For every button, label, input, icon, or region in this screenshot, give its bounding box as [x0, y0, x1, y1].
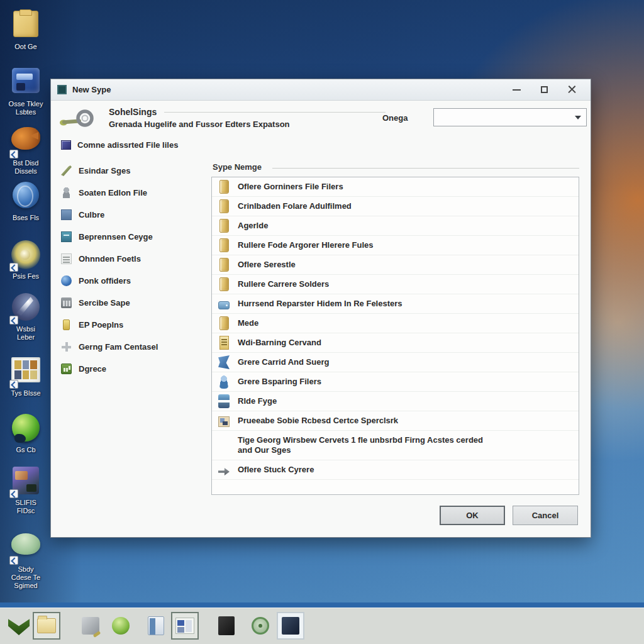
folder-icon — [219, 238, 229, 252]
flag-icon — [218, 355, 230, 369]
category-item[interactable]: Gerng Fam Centasel — [61, 336, 209, 358]
type-list-row[interactable]: Grere Bsparing Filers — [212, 372, 579, 392]
shortcut-arrow-icon — [9, 263, 18, 272]
photos-icon — [11, 357, 41, 387]
category-item[interactable]: Soaten Edlon File — [61, 182, 209, 204]
type-combo-dropdown[interactable] — [433, 108, 587, 126]
cancel-button[interactable]: Cancel — [513, 506, 578, 525]
battery-icon — [63, 319, 70, 330]
type-list-row[interactable]: Agerlde — [212, 216, 579, 236]
type-list-row[interactable]: Prueeabe Sobie Rcbesd Certce Sperclsrk — [212, 411, 579, 431]
desktop-icon-label: Bses Fls — [3, 214, 49, 222]
blank-icon — [218, 445, 230, 446]
desktop-icon-folder[interactable]: Oot Ge — [3, 9, 49, 51]
type-list-row[interactable]: Crinlbaden Folare Adulfilmed — [212, 197, 579, 216]
checkbox-row[interactable]: Comne adissrted File liles — [61, 140, 178, 150]
desktop-icon-orb[interactable]: Psis Fes — [3, 240, 49, 280]
taskbar-item-orb[interactable] — [107, 612, 135, 640]
chart-icon — [61, 364, 72, 374]
book-icon — [61, 231, 72, 242]
maximize-button[interactable] — [531, 81, 557, 99]
ok-button[interactable]: OK — [440, 506, 505, 525]
taskbar-item-wheel[interactable] — [247, 612, 274, 640]
desktop: Oot GeOsse Tkley LsbtesBst Disd DisselsB… — [0, 0, 644, 644]
checkbox-icon[interactable] — [61, 140, 71, 150]
type-list-label: Rullere Fode Argorer Hlerere Fules — [238, 240, 374, 250]
plus-icon — [61, 341, 72, 352]
group-divider — [272, 168, 579, 169]
globe-icon — [61, 275, 72, 286]
minimize-button[interactable] — [504, 81, 529, 99]
bank-icon — [61, 297, 72, 308]
type-list-row[interactable]: Oflere Gorniners File Filers — [212, 177, 579, 197]
sphere-icon — [11, 414, 41, 444]
type-list-row[interactable]: Oflere Stuck Cyrere — [212, 460, 579, 480]
tile-icon — [11, 467, 41, 497]
type-list-label: Prueeabe Sobie Rcbesd Certce Sperclsrk — [238, 416, 398, 426]
category-item[interactable]: Culbre — [61, 204, 209, 226]
category-item[interactable]: Ponk offiders — [61, 270, 209, 292]
fish-icon — [11, 127, 41, 157]
type-list-row[interactable]: Mede — [212, 314, 579, 333]
category-label: Ponk offiders — [79, 276, 131, 286]
type-list-label: Mede — [238, 318, 258, 328]
desktop-icon-swoosh[interactable]: Wsbsi Leber — [3, 292, 49, 341]
photos-icon — [175, 618, 194, 634]
taskbar-item-start[interactable] — [5, 612, 33, 640]
desktop-icon-app-blue[interactable]: Osse Tkley Lsbtes — [3, 65, 49, 116]
type-list-row[interactable]: Hurrsend Reparster Hidem In Re Felesters — [212, 294, 579, 314]
type-list-row[interactable]: Tige Georg Wirsbew Cervets 1 fle unbsrbd… — [212, 431, 579, 460]
category-item[interactable]: Esindar Sges — [61, 160, 209, 182]
type-list-label: Agerlde — [238, 221, 268, 231]
type-list-label: Oflere Serestle — [238, 260, 296, 270]
category-item[interactable]: EP Poeplns — [61, 314, 209, 336]
taskbar-item-black[interactable] — [213, 612, 240, 640]
taskbar-item-navy[interactable] — [277, 612, 304, 640]
category-label: Culbre — [79, 210, 104, 219]
setup-icon — [82, 617, 99, 635]
dialog-header: SohelSings Grenada Hugelife and Fussor E… — [109, 107, 386, 129]
category-label: Dgrece — [79, 364, 106, 374]
header-title: SohelSings — [109, 107, 157, 117]
type-list-row[interactable]: Rlde Fyge — [212, 392, 579, 411]
type-list-row[interactable]: Grere Carrid And Suerg — [212, 353, 579, 372]
swoosh-icon — [11, 293, 41, 323]
globe-d-icon — [11, 182, 41, 212]
orb-icon — [112, 617, 130, 635]
category-list: Esindar SgesSoaten Edlon FileCulbreBepre… — [61, 160, 209, 380]
type-list-row[interactable]: Rullere Fode Argorer Hlerere Fules — [212, 236, 579, 255]
desktop-icon-mound[interactable]: Sbdy Cdese Te Sgimed — [3, 528, 49, 590]
desktop-icon-photos[interactable]: Tys Blsse — [3, 355, 49, 397]
taskbar-item-setup[interactable] — [77, 612, 104, 640]
category-item[interactable]: Sercibe Sape — [61, 292, 209, 314]
person-blue-icon — [218, 375, 230, 389]
category-item[interactable]: Ohnnden Foetls — [61, 248, 209, 270]
desktop-icon-fish[interactable]: Bst Disd Dissels — [3, 123, 49, 175]
type-list-label: Rullere Carrere Solders — [238, 279, 329, 289]
desktop-icon-sphere[interactable]: Gs Cb — [3, 413, 49, 454]
type-list-row[interactable]: Wdi-Barning Cervand — [212, 333, 579, 353]
type-list-label: Grere Bsparing Filers — [238, 377, 321, 387]
minimize-icon — [513, 89, 521, 91]
taskbar-item-window[interactable] — [142, 612, 170, 640]
type-list-label: Grere Carrid And Suerg — [238, 357, 329, 367]
new-type-dialog: New Sype SohelSings Grenada Hugelife and… — [50, 79, 591, 538]
type-name-list[interactable]: Oflere Gorniners File FilersCrinlbaden F… — [211, 177, 579, 495]
category-label: Soaten Edlon File — [79, 188, 147, 197]
taskbar-item-photos[interactable] — [171, 612, 199, 640]
desktop-icon-globe-d[interactable]: Bses Fls — [3, 180, 49, 222]
type-list-row[interactable]: Rullere Carrere Solders — [212, 275, 579, 294]
header-divider — [164, 112, 386, 113]
type-list-row[interactable]: Oflere Serestle — [212, 255, 579, 275]
dialog-titlebar[interactable]: New Sype — [51, 79, 591, 101]
desktop-icon-label: SLIFIS FIDsc — [3, 499, 49, 515]
desktop-icon-tile[interactable]: SLIFIS FIDsc — [3, 465, 49, 515]
taskbar-item-folder[interactable] — [33, 612, 60, 640]
drive-icon — [218, 301, 230, 309]
type-list-label: Tige Georg Wirsbew Cervets 1 fle unbsrbd… — [238, 435, 483, 455]
category-item[interactable]: Dgrece — [61, 358, 209, 380]
checkbox-label: Comne adissrted File liles — [77, 140, 178, 150]
desktop-icon-label: Wsbsi Leber — [3, 325, 49, 341]
category-item[interactable]: Beprennsen Ceyge — [61, 226, 209, 248]
close-button[interactable] — [559, 81, 584, 99]
